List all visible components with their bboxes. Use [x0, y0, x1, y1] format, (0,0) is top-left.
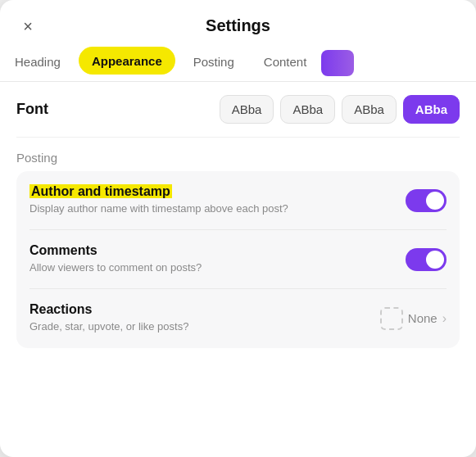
setting-desc-reactions: Grade, star, upvote, or like posts?	[29, 319, 367, 334]
tab-heading[interactable]: Heading	[0, 45, 75, 81]
toggle-comments[interactable]	[406, 248, 447, 271]
modal-body: Font ABba ABba ABba ABba Posting Author …	[0, 82, 476, 457]
toggle-slider-comments	[406, 248, 447, 271]
tab-posting[interactable]: Posting	[179, 45, 249, 81]
setting-info-comments: Comments Allow viewers to comment on pos…	[29, 243, 406, 275]
setting-info-reactions: Reactions Grade, star, upvote, or like p…	[29, 302, 380, 334]
setting-info-author-timestamp: Author and timestamp Display author name…	[29, 184, 406, 216]
tab-appearance[interactable]: Appearance	[79, 47, 175, 75]
close-button[interactable]: ×	[16, 15, 39, 38]
chevron-right-icon: ›	[442, 311, 447, 326]
tab-content[interactable]: Content	[249, 45, 322, 81]
settings-card: Author and timestamp Display author name…	[16, 171, 460, 348]
reactions-value-label: None	[408, 311, 437, 325]
toggle-author-timestamp[interactable]	[406, 189, 447, 212]
setting-desc-author-timestamp: Display author name with timestamp above…	[29, 201, 392, 216]
setting-title-reactions: Reactions	[29, 302, 367, 317]
font-option-slab[interactable]: ABba	[280, 95, 335, 124]
font-section: Font ABba ABba ABba ABba	[16, 82, 460, 138]
font-option-bold[interactable]: ABba	[403, 95, 460, 124]
toggle-slider-author-timestamp	[406, 189, 447, 212]
setting-title-author-timestamp: Author and timestamp	[29, 184, 392, 199]
setting-desc-comments: Allow viewers to comment on posts?	[29, 260, 392, 275]
font-options: ABba ABba ABba ABba	[82, 95, 460, 124]
setting-row-reactions[interactable]: Reactions Grade, star, upvote, or like p…	[29, 289, 447, 347]
font-option-mono[interactable]: ABba	[342, 95, 397, 124]
modal-header: × Settings	[0, 0, 476, 35]
modal-title: Settings	[206, 16, 270, 35]
tab-advanced-indicator[interactable]	[321, 50, 354, 76]
posting-section-header: Posting	[16, 151, 460, 165]
reactions-icon	[380, 307, 403, 330]
font-label: Font	[16, 101, 82, 118]
settings-modal: × Settings Heading Appearance Posting Co…	[0, 0, 476, 457]
setting-row-author-timestamp: Author and timestamp Display author name…	[29, 171, 447, 230]
font-option-serif[interactable]: ABba	[220, 95, 274, 124]
tabs-container: Heading Appearance Posting Content	[0, 35, 476, 82]
reactions-value-container: None ›	[380, 307, 447, 330]
setting-title-comments: Comments	[29, 243, 392, 258]
setting-row-comments: Comments Allow viewers to comment on pos…	[29, 230, 447, 289]
